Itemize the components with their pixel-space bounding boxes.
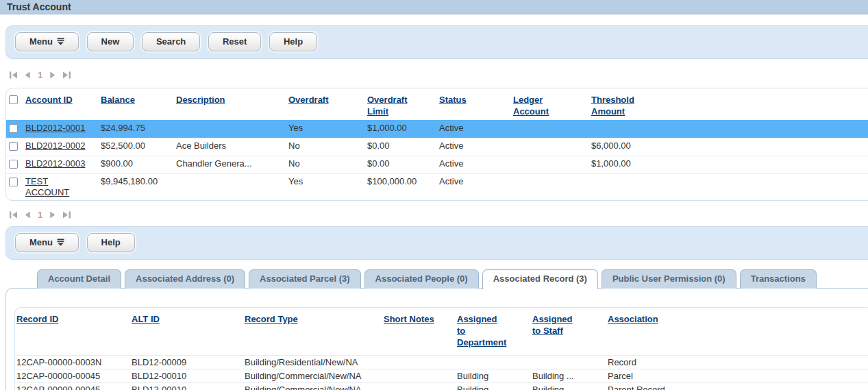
cell-assigned-to-staff: Building ... (531, 369, 606, 383)
cell-assigned-to-department: Building (456, 369, 531, 383)
menu-button[interactable]: Menu (15, 233, 79, 252)
cell-association: Parcel (606, 369, 712, 383)
table-row[interactable]: BLD2012-0003 $900.00 Chandler Genera... … (6, 156, 868, 174)
column-header-record-id[interactable]: Record ID (16, 314, 58, 324)
records-header-row: Record ID ALT ID Record Type Short Notes… (15, 308, 868, 356)
accounts-pager: 1 (9, 69, 868, 80)
row-checkbox[interactable] (9, 178, 18, 186)
menu-dropdown-icon (57, 239, 64, 246)
cell-overdraft-limit: $100,000.00 (366, 174, 438, 201)
cell-association: Parent Record (606, 383, 712, 390)
tab-associated-people[interactable]: Associated People (0) (364, 269, 479, 289)
table-row[interactable]: TEST ACCOUNT $9,945,180.00 Yes $100,000.… (6, 174, 868, 201)
cell-overdraft-limit: $1,000.00 (366, 121, 438, 138)
column-header-ledger-account[interactable]: Ledger Account (513, 94, 558, 117)
column-header-threshold-amount[interactable]: Threshold Amount (591, 94, 636, 117)
cell-record-type: Building/Commercial/New/NA (243, 383, 382, 390)
account-id-link[interactable]: BLD2012-0002 (25, 141, 85, 151)
secondary-toolbar: Menu Help (5, 226, 868, 260)
account-id-link[interactable]: TEST ACCOUNT (25, 176, 75, 198)
last-page-icon[interactable] (62, 71, 71, 79)
cell-record-type: Building/Residential/New/NA (243, 356, 382, 369)
cell-short-notes (382, 369, 456, 383)
cell-status: Active (438, 121, 512, 138)
first-page-icon[interactable] (9, 211, 18, 219)
table-row[interactable]: BLD2012-0001 $24,994.75 Yes $1,000.00 Ac… (6, 121, 868, 138)
table-row[interactable]: 12CAP-00000-00045 BLD12-00010 Building/C… (15, 383, 868, 390)
cell-alt-id: BLD12-00009 (130, 356, 243, 369)
cell-record-id: 12CAP-00000-00045 (15, 383, 130, 390)
menu-button-label: Menu (29, 237, 53, 247)
next-page-icon[interactable] (49, 71, 56, 79)
column-header-description[interactable]: Description (176, 95, 225, 105)
tab-account-detail[interactable]: Account Detail (37, 269, 121, 289)
accounts-grid: Account ID Balance Description Overdraft… (5, 88, 868, 201)
tab-public-user-permission[interactable]: Public User Permission (0) (602, 269, 736, 289)
account-id-link[interactable]: BLD2012-0003 (25, 158, 85, 169)
tab-associated-parcel[interactable]: Associated Parcel (3) (249, 269, 361, 289)
current-page-number: 1 (37, 210, 43, 220)
cell-overdraft-limit: $0.00 (366, 156, 438, 174)
menu-dropdown-icon (57, 38, 64, 45)
cell-status: Active (438, 174, 512, 201)
cell-alt-id: BLD12-00010 (130, 369, 243, 383)
column-header-short-notes[interactable]: Short Notes (384, 314, 434, 324)
reset-button[interactable]: Reset (208, 32, 261, 51)
records-grid: Record ID ALT ID Record Type Short Notes… (14, 307, 868, 390)
cell-balance: $9,945,180.00 (99, 174, 175, 201)
first-page-icon[interactable] (9, 71, 18, 79)
column-header-record-type[interactable]: Record Type (245, 314, 298, 324)
help-button[interactable]: Help (269, 32, 317, 51)
tab-transactions[interactable]: Transactions (740, 269, 817, 289)
cell-overdraft: Yes (287, 174, 366, 201)
cell-ledger-account (512, 174, 590, 201)
column-header-balance[interactable]: Balance (101, 95, 135, 105)
select-all-checkbox[interactable] (9, 95, 18, 104)
cell-association: Record (606, 356, 712, 369)
row-checkbox[interactable] (9, 142, 18, 151)
cell-balance: $900.00 (99, 156, 175, 174)
primary-toolbar: Menu New Search Reset Help (5, 25, 868, 59)
table-row[interactable]: BLD2012-0002 $52,500.00 Ace Builders No … (6, 138, 868, 156)
column-header-overdraft[interactable]: Overdraft (288, 95, 329, 105)
tab-associated-address[interactable]: Associated Address (0) (125, 269, 245, 289)
accounts-header-row: Account ID Balance Description Overdraft… (6, 88, 868, 121)
cell-short-notes (382, 356, 456, 369)
page-title: Trust Account (0, 0, 868, 14)
table-row[interactable]: 12CAP-00000-00045 BLD12-00010 Building/C… (15, 369, 868, 383)
cell-ledger-account (512, 121, 590, 138)
cell-short-notes (382, 383, 456, 390)
previous-page-icon[interactable] (24, 71, 31, 79)
row-checkbox[interactable] (9, 160, 18, 169)
column-header-alt-id[interactable]: ALT ID (132, 314, 160, 324)
cell-ledger-account (512, 156, 590, 174)
column-header-assigned-to-department[interactable]: Assigned to Department (457, 313, 506, 348)
previous-page-icon[interactable] (24, 211, 31, 219)
table-row[interactable]: 12CAP-00000-0003N BLD12-00009 Building/R… (15, 356, 868, 369)
records-table: Record ID ALT ID Record Type Short Notes… (15, 308, 868, 390)
cell-ledger-account (512, 138, 590, 156)
account-id-link[interactable]: BLD2012-0001 (25, 123, 85, 133)
help-button[interactable]: Help (87, 233, 135, 252)
column-header-association[interactable]: Association (608, 314, 658, 324)
column-header-account-id[interactable]: Account ID (25, 95, 73, 105)
new-button[interactable]: New (87, 32, 134, 51)
next-page-icon[interactable] (49, 211, 56, 219)
search-button[interactable]: Search (142, 32, 200, 51)
column-header-assigned-to-staff[interactable]: Assigned to Staff (532, 313, 582, 337)
tab-associated-record[interactable]: Associated Record (3) (482, 269, 598, 289)
cell-overdraft: Yes (287, 121, 366, 138)
row-checkbox[interactable] (9, 124, 18, 133)
cell-status: Active (438, 138, 512, 156)
cell-assigned-to-department (456, 356, 531, 369)
associated-record-panel: Record ID ALT ID Record Type Short Notes… (5, 288, 868, 390)
cell-threshold-amount (590, 174, 679, 201)
cell-record-id: 12CAP-00000-00045 (15, 369, 130, 383)
column-header-status[interactable]: Status (439, 95, 467, 105)
last-page-icon[interactable] (62, 211, 71, 219)
cell-threshold-amount: $6,000.00 (590, 138, 679, 156)
accounts-table: Account ID Balance Description Overdraft… (6, 88, 868, 200)
column-header-overdraft-limit[interactable]: Overdraft Limit (367, 94, 412, 117)
cell-description: Ace Builders (175, 138, 287, 156)
menu-button[interactable]: Menu (15, 32, 79, 51)
